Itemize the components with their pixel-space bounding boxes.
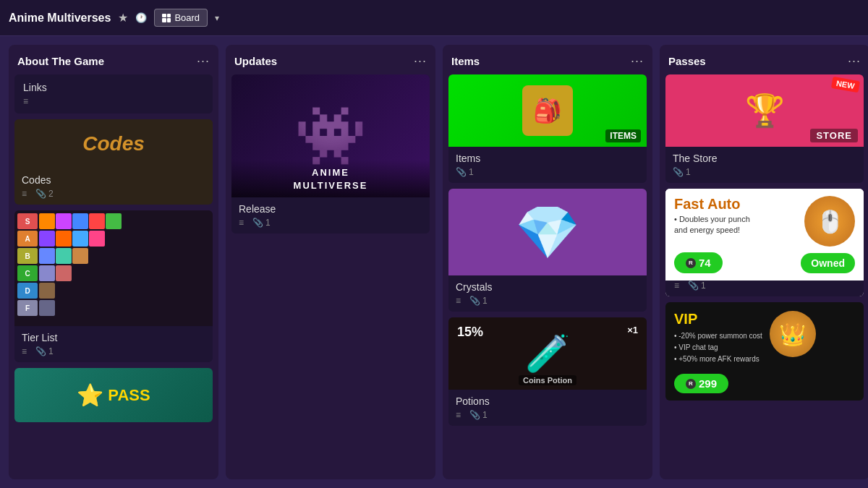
card-release[interactable]: 👾 ANIMEMULTIVERSE Release 📎 1 <box>231 74 430 234</box>
codes-text: Codes <box>82 132 145 155</box>
tier-item <box>89 231 105 247</box>
tier-item <box>56 265 72 281</box>
card-body-crystals: Crystals 📎 1 <box>448 275 647 312</box>
card-fast-auto[interactable]: Fast Auto • Doubles your punch and energ… <box>665 189 864 296</box>
fast-auto-price: 74 <box>699 257 711 269</box>
card-title-tier: Tier List <box>22 332 205 343</box>
card-body-store: The Store 📎 1 <box>665 147 864 183</box>
card-title-potions: Potions <box>456 395 639 407</box>
column-body-about: Links Codes Codes 📎 2 <box>9 74 218 428</box>
star-icon[interactable]: ★ <box>118 11 128 25</box>
card-meta-items: 📎 1 <box>456 167 639 177</box>
clips-codes: 📎 2 <box>35 189 54 199</box>
tier-item <box>39 248 55 264</box>
card-items-hero[interactable]: 🎒 ITEMS Items 📎 1 <box>448 74 647 183</box>
card-the-store[interactable]: 🏆 NEW STORE The Store 📎 1 <box>665 74 864 183</box>
store-chest-icon: 🏆 <box>745 92 785 129</box>
tier-item <box>89 213 105 229</box>
crystals-hero-image: 💎 <box>448 189 647 275</box>
tier-item <box>72 213 88 229</box>
tier-row-b: B <box>17 248 210 264</box>
board-icon <box>162 14 171 22</box>
chevron-down-icon[interactable]: ▾ <box>215 13 219 23</box>
fast-auto-title: Fast Auto <box>674 196 750 213</box>
store-label: STORE <box>810 129 858 142</box>
items-hero-image: 🎒 ITEMS <box>448 74 647 147</box>
fast-auto-cursor-icon: 🖱️ <box>804 196 855 247</box>
potion-label: Coins Potion <box>519 375 576 385</box>
tier-item <box>39 283 55 299</box>
tier-item <box>56 248 72 264</box>
tier-row-a: A <box>17 231 210 247</box>
column-menu-passes[interactable]: ··· <box>848 53 861 69</box>
clips-store: 📎 1 <box>673 167 691 177</box>
vip-inner: VIP • -20% power summon cost • VIP chat … <box>665 302 864 374</box>
card-meta-tier: 📎 1 <box>22 346 205 356</box>
tier-item <box>56 231 72 247</box>
column-menu-about[interactable]: ··· <box>197 53 210 69</box>
board: About The Game ··· Links Codes Codes <box>0 36 868 488</box>
robux-icon: R <box>686 258 696 268</box>
app-header: Anime Multiverses ★ 🕐 Board ▾ <box>0 0 868 36</box>
card-potions[interactable]: 15% ×1 🧪 Coins Potion Potions 📎 1 <box>448 317 647 426</box>
codes-banner: Codes <box>14 119 213 168</box>
lines-icon <box>23 96 28 106</box>
column-items: Items ··· 🎒 ITEMS Items 📎 1 <box>443 45 652 479</box>
fast-auto-description: • Doubles your punch and energy speed! <box>674 214 750 236</box>
card-title-crystals: Crystals <box>456 281 639 293</box>
robux-icon-vip: R <box>686 379 696 389</box>
vip-text: VIP • -20% power summon cost • VIP chat … <box>674 311 762 365</box>
card-body-release: Release 📎 1 <box>231 197 430 234</box>
card-vip[interactable]: VIP • -20% power summon cost • VIP chat … <box>665 302 864 401</box>
tier-row-d: D <box>17 283 210 299</box>
tier-item <box>56 213 72 229</box>
card-pass-preview[interactable]: ⭐ PASS <box>14 368 213 422</box>
items-backpack-icon: 🎒 <box>522 85 573 136</box>
pass-star-icon: ⭐ <box>77 382 103 408</box>
card-tier-list[interactable]: SABCDF Tier List 📎 1 <box>14 210 213 362</box>
new-badge: NEW <box>831 77 860 93</box>
column-updates: Updates ··· 👾 ANIMEMULTIVERSE Release 📎 … <box>226 45 435 479</box>
card-title-links: Links <box>23 82 204 93</box>
board-button[interactable]: Board <box>154 9 208 27</box>
fast-auto-bottom: R 74 Owned <box>665 247 864 281</box>
tier-item <box>39 231 55 247</box>
clips-fast-auto: 📎 1 <box>688 281 706 291</box>
crystal-icon: 💎 <box>515 202 580 263</box>
anime-title-overlay: ANIMEMULTIVERSE <box>231 160 430 197</box>
fast-auto-price-button[interactable]: R 74 <box>674 252 723 273</box>
card-meta-crystals: 📎 1 <box>456 296 639 306</box>
card-title-codes: Codes <box>22 174 205 186</box>
board-label: Board <box>174 12 200 23</box>
lines-icon-codes <box>22 189 27 199</box>
column-passes: Passes ··· 🏆 NEW STORE The Store 📎 1 <box>660 45 868 479</box>
potion-bottle-icon: 🧪 <box>525 333 570 374</box>
clips-potions: 📎 1 <box>469 410 488 420</box>
card-crystals[interactable]: 💎 Crystals 📎 1 <box>448 189 647 312</box>
column-body-updates: 👾 ANIMEMULTIVERSE Release 📎 1 <box>226 74 435 239</box>
items-hero-label: ITEMS <box>605 129 641 142</box>
tier-item <box>72 248 88 264</box>
card-links[interactable]: Links <box>14 74 213 114</box>
tier-list-image: SABCDF <box>14 210 213 326</box>
column-about: About The Game ··· Links Codes Codes <box>9 45 218 479</box>
tier-item <box>106 213 122 229</box>
card-body-potions: Potions 📎 1 <box>448 390 647 426</box>
vip-price-button[interactable]: R 299 <box>674 374 728 393</box>
lines-icon-potions <box>456 410 461 420</box>
clock-icon[interactable]: 🕐 <box>135 12 147 23</box>
tier-item <box>72 231 88 247</box>
card-meta-potions: 📎 1 <box>456 410 639 420</box>
lines-icon-release <box>239 218 244 228</box>
column-header-passes: Passes ··· <box>660 45 868 74</box>
card-meta-links <box>23 96 204 106</box>
vip-description: • -20% power summon cost • VIP chat tag … <box>674 330 762 365</box>
column-menu-items[interactable]: ··· <box>631 53 644 69</box>
column-header-about: About The Game ··· <box>9 45 218 74</box>
card-codes[interactable]: Codes Codes 📎 2 <box>14 119 213 205</box>
app-title: Anime Multiverses <box>9 12 111 25</box>
card-meta-store: 📎 1 <box>673 167 856 177</box>
card-title-items: Items <box>456 153 639 164</box>
column-menu-updates[interactable]: ··· <box>414 53 427 69</box>
column-body-items: 🎒 ITEMS Items 📎 1 💎 Crystals <box>443 74 652 432</box>
